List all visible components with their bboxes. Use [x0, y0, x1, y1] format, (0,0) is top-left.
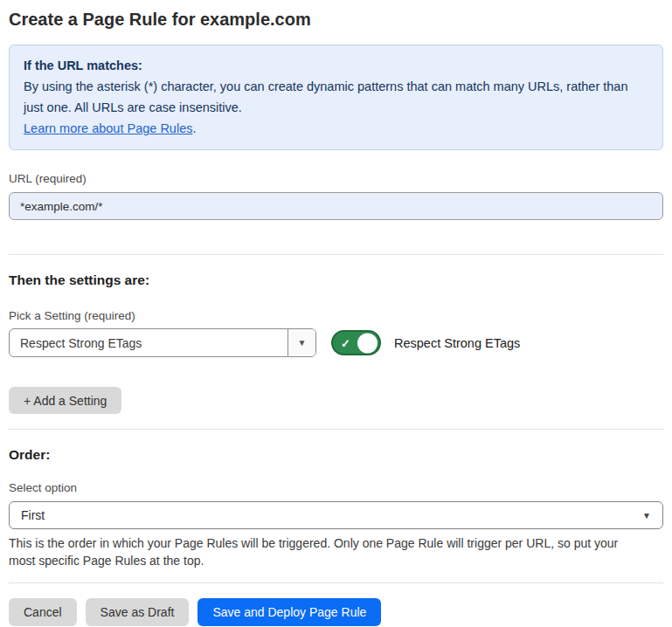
check-icon: ✓ [341, 337, 350, 348]
save-as-draft-button[interactable]: Save as Draft [86, 598, 190, 626]
settings-section-heading: Then the settings are: [9, 272, 663, 288]
footer-divider [9, 582, 663, 583]
url-input[interactable] [9, 192, 663, 220]
learn-more-link[interactable]: Learn more about Page Rules [24, 121, 192, 135]
setting-dropdown[interactable]: Respect Strong ETags ▼ [9, 328, 316, 357]
setting-row: Respect Strong ETags ▼ ✓ Respect Strong … [9, 328, 663, 357]
pick-setting-label: Pick a Setting (required) [9, 309, 663, 322]
info-box-body: By using the asterisk (*) character, you… [24, 76, 648, 118]
chevron-down-icon: ▼ [298, 338, 307, 348]
setting-dropdown-button[interactable]: ▼ [288, 329, 315, 356]
cancel-button[interactable]: Cancel [9, 598, 77, 626]
order-help-text: This is the order in which your Page Rul… [9, 535, 638, 569]
info-box-link-line: Learn more about Page Rules. [24, 118, 648, 139]
toggle-knob [357, 333, 378, 353]
info-box-heading: If the URL matches: [24, 55, 648, 76]
order-select-label: Select option [9, 481, 663, 494]
chevron-down-icon: ▼ [642, 511, 651, 520]
section-divider [9, 254, 663, 255]
order-section-heading: Order: [9, 447, 663, 463]
page-title: Create a Page Rule for example.com [9, 10, 663, 30]
save-and-deploy-button[interactable]: Save and Deploy Page Rule [197, 598, 381, 626]
toggle-label: Respect Strong ETags [394, 336, 520, 350]
order-select-value: First [21, 508, 45, 522]
link-suffix: . [192, 121, 196, 135]
page-rule-form: Create a Page Rule for example.com If th… [0, 10, 672, 626]
url-matches-info-box: If the URL matches: By using the asteris… [9, 45, 663, 150]
setting-toggle[interactable]: ✓ [331, 330, 381, 355]
add-setting-button[interactable]: + Add a Setting [9, 387, 121, 414]
footer-buttons: Cancel Save as Draft Save and Deploy Pag… [9, 598, 663, 626]
url-field-label: URL (required) [9, 172, 663, 185]
setting-dropdown-value: Respect Strong ETags [10, 329, 288, 356]
order-select[interactable]: First ▼ [9, 501, 663, 529]
section-divider [9, 429, 663, 430]
